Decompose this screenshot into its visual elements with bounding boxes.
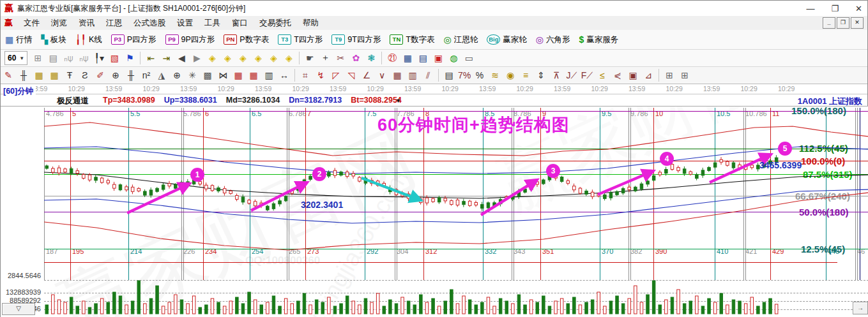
toolbar-9p-square[interactable]: P99P四方形 [161, 30, 220, 49]
shen-grid-icon[interactable]: ▦ [231, 68, 245, 82]
cube1-icon[interactable]: ⊞ [662, 68, 676, 82]
updown-icon[interactable]: ⇕ [534, 68, 548, 82]
restore-button[interactable]: ❐ [831, 4, 839, 13]
menu-item-trade[interactable]: 交易委托 [254, 17, 297, 30]
child-close[interactable]: ✕ [851, 17, 864, 29]
wheel-icon[interactable]: ▩ [201, 68, 215, 82]
grid4-icon[interactable]: ▥ [406, 68, 420, 82]
menu-item-window[interactable]: 窗口 [226, 17, 254, 30]
toolbar-kline[interactable]: ╽╿K线 [71, 30, 107, 49]
win-grid-icon[interactable]: ▦ [247, 68, 261, 82]
first-icon[interactable]: ⇤ [144, 51, 158, 65]
span-icon[interactable]: ↔ [277, 68, 291, 82]
gold-circ-icon[interactable]: ◉ [503, 68, 517, 82]
collapse-pane-button[interactable]: ▽ [2, 303, 35, 315]
dia-shrink-icon[interactable]: ◈ [251, 51, 265, 65]
angle2-icon[interactable]: ∠ [360, 68, 374, 82]
compass-icon[interactable]: ⊕ [109, 68, 123, 82]
child-restore[interactable]: ❐ [837, 17, 849, 29]
star-icon[interactable]: ✳ [185, 68, 199, 82]
menu-item-gann[interactable]: 江恩 [100, 17, 128, 30]
tri-fan2-icon[interactable]: ◹ [344, 68, 358, 82]
pct3-icon[interactable]: ≋ [488, 68, 502, 82]
cube2-icon[interactable]: ⊞ [678, 68, 692, 82]
gold-grid2-icon[interactable]: ▦ [47, 68, 61, 82]
stat-icon[interactable]: ▧ [107, 51, 121, 65]
measure-icon[interactable]: ✂ [333, 51, 347, 65]
step-icon[interactable]: ⋞ [611, 68, 625, 82]
slash-icon[interactable]: ⫽ [421, 68, 435, 82]
toolbar-p-number-table[interactable]: PNP数字表 [219, 30, 273, 49]
dia-up-icon[interactable]: ◈ [266, 51, 280, 65]
note-icon[interactable]: ▤ [46, 51, 60, 65]
grid-icon[interactable]: ╫ [17, 68, 31, 82]
table-icon[interactable]: ▤ [442, 68, 456, 82]
dia-left-icon[interactable]: ◈ [205, 51, 219, 65]
flat-icon[interactable]: ⊼ [549, 68, 563, 82]
dia-down-icon[interactable]: ◈ [282, 51, 296, 65]
toolbar-p-square[interactable]: P3P四方形 [107, 30, 161, 49]
child-minimize[interactable]: _ [823, 17, 835, 29]
toolbar-quotes[interactable]: ▦行情 [1, 30, 36, 49]
fan-red-icon[interactable]: ↯ [314, 68, 328, 82]
toolbar-sectors[interactable]: ▚板块 [36, 30, 71, 49]
notebook-icon[interactable]: ▤ [416, 51, 430, 65]
ruler-grid-icon[interactable]: ╫ [124, 68, 138, 82]
calculator-icon[interactable]: ▦ [400, 51, 415, 65]
bar3-icon[interactable]: ₙ⍦ [61, 51, 75, 65]
pct7-icon[interactable]: 7% [457, 68, 471, 82]
angle-icon[interactable]: ◮ [155, 68, 169, 82]
dia-expand-icon[interactable]: ◈ [236, 51, 250, 65]
export-icon[interactable]: ◍ [446, 51, 461, 65]
pct-icon[interactable]: % [473, 68, 487, 82]
last-icon[interactable]: ⇥ [159, 51, 173, 65]
minimize-button[interactable]: — [806, 4, 814, 13]
menu-item-browse[interactable]: 浏览 [45, 17, 73, 30]
gold-grid-icon[interactable]: ▦ [32, 68, 46, 82]
toolbar-hexagon[interactable]: ◎六角形 [531, 30, 575, 49]
period-dropdown[interactable]: 60 ▼ [4, 51, 27, 65]
print-icon[interactable]: ▭ [462, 51, 476, 65]
block-icon[interactable]: ▣ [626, 68, 640, 82]
next-icon[interactable]: ▶ [190, 51, 204, 65]
menu-item-settings[interactable]: 设置 [171, 17, 199, 30]
menu-item-file[interactable]: 文件 [18, 17, 45, 30]
chart-plot-area[interactable]: 赢家财富网www.yingjia360.com赢家财富网QQ:100800360… [1, 106, 868, 317]
ai-icon[interactable]: ❃ [364, 51, 378, 65]
fib-icon[interactable]: Ŧ [63, 68, 77, 82]
close-button[interactable]: ✕ [855, 4, 862, 13]
arc-icon[interactable]: Ƨ [78, 68, 92, 82]
toolbar-9t-square[interactable]: T99T四方形 [327, 30, 385, 49]
menu-item-tools[interactable]: 工具 [199, 17, 226, 30]
f-line-icon[interactable]: F⟋ [580, 68, 594, 82]
pen-icon[interactable]: ✎ [1, 68, 15, 82]
candle-style-icon[interactable]: ╿▾ [92, 51, 106, 65]
toolbar-t-number-table[interactable]: TNT数字表 [385, 30, 439, 49]
menu-item-news[interactable]: 资讯 [73, 17, 100, 30]
four-icon[interactable]: ⊿ [641, 68, 655, 82]
count-grid-icon[interactable]: ▥ [262, 68, 276, 82]
menu-item-help[interactable]: 帮助 [297, 17, 324, 30]
menu-item-formula-pick[interactable]: 公式选股 [128, 17, 171, 30]
bar9-icon[interactable]: ₙ⍦ [77, 51, 91, 65]
wave-icon[interactable]: ⋈ [216, 68, 230, 82]
flag-icon[interactable]: ⚑ [123, 51, 137, 65]
toolbar-winner-service[interactable]: $赢家服务 [575, 30, 623, 49]
calendar-icon[interactable]: ㉑ [385, 51, 399, 65]
tri-fan-icon[interactable]: ◸ [329, 68, 343, 82]
scroll-right-button[interactable]: → [853, 302, 868, 314]
pattern-icon[interactable]: ⊞ [31, 51, 45, 65]
toolbar-winner-wheel[interactable]: Big赢家轮 [482, 30, 531, 49]
hand-icon[interactable]: ☛ [303, 51, 317, 65]
prev-icon[interactable]: ◀ [174, 51, 188, 65]
pillar-icon[interactable]: ⌗ [298, 68, 312, 82]
j-line-icon[interactable]: J⟋ [565, 68, 579, 82]
grid3-icon[interactable]: ▦ [390, 68, 404, 82]
pen2-icon[interactable]: ✐ [93, 68, 107, 82]
n2-icon[interactable]: n² [139, 68, 153, 82]
toolbar-gann-wheel[interactable]: ◎江恩轮 [439, 30, 483, 49]
gold-line-icon[interactable]: ≡ [519, 68, 533, 82]
mind-icon[interactable]: ✿ [349, 51, 363, 65]
v-icon[interactable]: ∨ [375, 68, 389, 82]
crosshair-icon[interactable]: ＋ [318, 51, 332, 65]
